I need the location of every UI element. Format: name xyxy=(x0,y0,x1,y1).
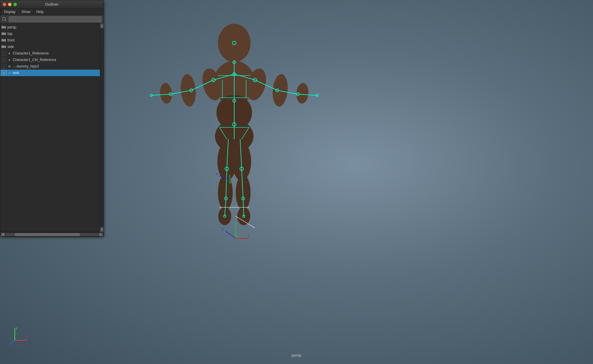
minimize-button[interactable] xyxy=(8,3,12,6)
menu-bar: Display Show Help xyxy=(0,9,103,15)
svg-line-77 xyxy=(5,20,6,21)
tree-item-label-side: side xyxy=(7,45,14,49)
svg-text:y: y xyxy=(230,180,232,184)
camera-icon-front xyxy=(1,38,6,43)
reference-icon-char1ctrl: ✳ xyxy=(7,57,12,62)
svg-rect-87 xyxy=(1,46,4,48)
reference-icon-char1: ✳ xyxy=(7,51,12,56)
scroll-right-arrow[interactable]: ▶ xyxy=(99,233,103,236)
camera-icon-persp xyxy=(1,25,6,30)
svg-point-7 xyxy=(159,82,173,104)
tree-item-label-persp: persp xyxy=(7,25,16,29)
svg-point-0 xyxy=(218,24,251,62)
tree-item-side[interactable]: side xyxy=(0,44,100,50)
svg-text:y: y xyxy=(237,234,238,238)
svg-text:x: x xyxy=(248,234,249,238)
tree-content: persp top xyxy=(0,23,100,232)
menu-show[interactable]: Show xyxy=(20,9,31,15)
tree-item-label-char1ctrlref: Character1_Ctrl_Reference xyxy=(13,58,56,62)
tree-area: persp top xyxy=(0,23,103,232)
axis-indicator: y x z xyxy=(9,325,30,346)
svg-point-10 xyxy=(296,82,309,104)
tree-item-label-top: top xyxy=(7,32,12,36)
tree-item-top[interactable]: top xyxy=(0,31,100,37)
menu-help[interactable]: Help xyxy=(35,9,45,15)
svg-text:z: z xyxy=(9,343,11,346)
svg-point-14 xyxy=(232,142,251,181)
window-title: Outliner xyxy=(45,2,59,7)
expand-char1ctrlref[interactable]: + xyxy=(1,57,6,62)
scroll-left-arrow[interactable]: ◀ xyxy=(1,233,5,236)
svg-marker-88 xyxy=(4,45,6,48)
svg-text:z: z xyxy=(222,227,224,231)
tree-item-root[interactable]: + ↗ root xyxy=(0,70,100,76)
svg-line-62 xyxy=(225,231,236,238)
expand-char1ref[interactable]: + xyxy=(1,51,6,56)
tree-item-char1ref[interactable]: + ✳ Character1_Reference xyxy=(0,50,100,57)
svg-rect-84 xyxy=(1,39,4,41)
svg-rect-81 xyxy=(1,33,4,35)
tree-item-char1ctrlref[interactable]: + ✳ Character1_Ctrl_Reference xyxy=(0,57,100,63)
expand-root[interactable]: + xyxy=(1,70,6,75)
vertical-scrollbar[interactable]: ▲ ▼ xyxy=(100,23,103,232)
search-icon xyxy=(2,17,7,22)
tree-item-dummyhips[interactable]: + ⚙ ...:dummy_hips3 xyxy=(0,63,100,70)
scroll-thumb xyxy=(15,233,79,236)
maximize-button[interactable] xyxy=(13,3,17,6)
tree-item-front[interactable]: front xyxy=(0,37,100,44)
title-bar: Outliner xyxy=(0,0,103,9)
camera-label: persp xyxy=(292,353,302,357)
scroll-up-arrow[interactable]: ▲ xyxy=(100,23,104,28)
scroll-thumb-track[interactable] xyxy=(6,233,98,236)
character-skeleton-svg: y x z y z xyxy=(113,15,356,258)
outliner-panel: Outliner Display Show Help xyxy=(0,0,104,237)
scroll-down-arrow[interactable]: ▼ xyxy=(100,227,104,232)
svg-text:x: x xyxy=(25,337,27,340)
camera-icon-side xyxy=(1,44,6,49)
svg-text:z: z xyxy=(216,172,218,176)
tree-item-label-char1ref: Character1_Reference xyxy=(13,51,49,55)
expand-dummyhips[interactable]: + xyxy=(1,64,6,69)
camera-icon-top xyxy=(1,31,6,36)
menu-display[interactable]: Display xyxy=(3,9,17,15)
search-input[interactable] xyxy=(9,16,102,22)
root-icon: ↗ xyxy=(7,70,12,75)
svg-point-9 xyxy=(271,73,289,107)
svg-marker-85 xyxy=(4,39,6,42)
svg-text:y: y xyxy=(15,326,17,330)
tree-item-label-dummyhips: ...:dummy_hips3 xyxy=(13,64,39,68)
tree-item-label-front: front xyxy=(7,38,15,42)
close-button[interactable] xyxy=(3,3,6,6)
tree-item-label-root: root xyxy=(13,71,19,75)
svg-marker-82 xyxy=(4,32,6,35)
svg-marker-79 xyxy=(4,26,6,29)
horizontal-scrollbar[interactable]: ◀ ▶ xyxy=(0,232,103,237)
svg-point-6 xyxy=(179,73,197,107)
app-container: y x z y z y x z xyxy=(0,0,593,364)
traffic-lights xyxy=(3,3,17,6)
svg-rect-76 xyxy=(3,17,5,20)
tree-item-persp[interactable]: persp xyxy=(0,24,100,31)
svg-rect-78 xyxy=(1,26,4,28)
search-bar xyxy=(0,15,103,23)
hips-icon: ⚙ xyxy=(7,64,12,69)
